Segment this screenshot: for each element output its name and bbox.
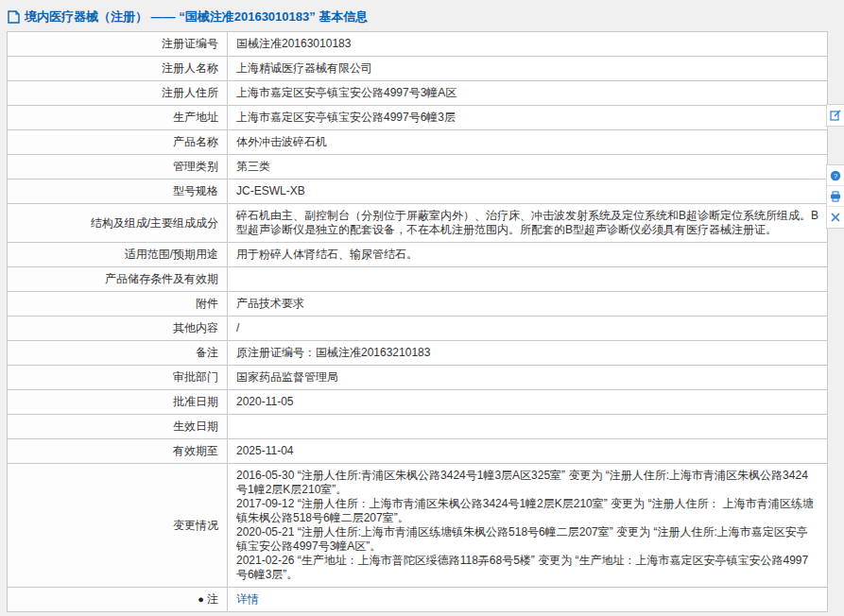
row-label: 注册人住所 [8,81,228,106]
row-value: 2025-11-04 [228,439,828,464]
table-row: 管理类别 第三类 [8,155,828,180]
close-icon[interactable] [827,207,844,228]
row-value: 第三类 [228,155,828,180]
row-value: 2020-11-05 [228,390,828,415]
table-row: 其他内容 / [8,317,828,341]
table-row: 审批部门 国家药品监督管理局 [8,366,828,390]
note-row-label: ● 注 [198,592,218,607]
print-icon[interactable] [827,186,844,207]
row-value: 原注册证编号：国械注准20163210183 [228,341,828,366]
row-value: 国械注准20163010183 [228,32,828,57]
registration-info-table: 注册证编号 国械注准20163010183 注册人名称 上海精诚医疗器械有限公司… [7,31,828,612]
row-value: / [228,317,828,341]
row-value: 碎石机由主、副控制台（分别位于屏蔽室内外）、治疗床、冲击波发射系统及定位系统和B… [228,204,828,243]
row-value: 上海市嘉定区安亭镇宝安公路4997号6幢3层 [228,106,828,130]
note-label-text: 注 [207,592,218,607]
row-label: 审批部门 [8,366,228,390]
floating-toolbar: ? [826,164,844,229]
table-row: 备注 原注册证编号：国械注准20163210183 [8,341,828,366]
svg-text:?: ? [834,171,838,180]
table-row: 注册人名称 上海精诚医疗器械有限公司 [8,57,828,81]
row-label: 备注 [8,341,228,366]
floating-toolbar-top [826,104,844,127]
row-value: 用于粉碎人体肾结石、输尿管结石。 [228,243,828,267]
document-icon [8,10,20,24]
table-row: 变更情况 2016-05-30 “注册人住所:青浦区朱枫公路3424号1幢3层A… [8,464,828,588]
row-value-change-history: 2016-05-30 “注册人住所:青浦区朱枫公路3424号1幢3层A区325室… [228,464,828,588]
table-row: 产品名称 体外冲击波碎石机 [8,130,828,155]
row-label: 型号规格 [8,180,228,204]
row-label: 生效日期 [8,415,228,439]
edit-icon[interactable] [827,105,844,126]
row-value: 上海精诚医疗器械有限公司 [228,57,828,81]
row-label: 产品储存条件及有效期 [8,267,228,292]
table-row: 生效日期 [8,415,828,439]
row-label: 其他内容 [8,317,228,341]
table-row: 产品储存条件及有效期 [8,267,828,292]
row-value: 体外冲击波碎石机 [228,130,828,155]
note-detail-link[interactable]: 详情 [236,592,259,606]
row-value: 产品技术要求 [228,292,828,317]
row-value: 上海市嘉定区安亭镇宝安公路4997号3幢A区 [228,81,828,106]
table-row: 注册证编号 国械注准20163010183 [8,32,828,57]
row-label: 适用范围/预期用途 [8,243,228,267]
table-row: 结构及组成/主要组成成分 碎石机由主、副控制台（分别位于屏蔽室内外）、治疗床、冲… [8,204,828,243]
row-label: 附件 [8,292,228,317]
help-icon[interactable]: ? [827,165,844,186]
row-label: 产品名称 [8,130,228,155]
note-bullet-icon: ● [198,592,204,607]
row-label: 有效期至 [8,439,228,464]
page-title-text: 境内医疗器械（注册） —— “国械注准20163010183” 基本信息 [25,9,368,26]
table-row: 注册人住所 上海市嘉定区安亭镇宝安公路4997号3幢A区 [8,81,828,106]
row-label: 批准日期 [8,390,228,415]
row-label: 变更情况 [8,464,228,588]
row-label: 结构及组成/主要组成成分 [8,204,228,243]
row-value: 国家药品监督管理局 [228,366,828,390]
row-value: JC-ESWL-XB [228,180,828,204]
table-row: 适用范围/预期用途 用于粉碎人体肾结石、输尿管结石。 [8,243,828,267]
row-value [228,267,828,292]
row-label: 生产地址 [8,106,228,130]
table-row: 有效期至 2025-11-04 [8,439,828,464]
table-row-note: ● 注 详情 [8,588,828,612]
table-row: 附件 产品技术要求 [8,292,828,317]
page-title: 境内医疗器械（注册） —— “国械注准20163010183” 基本信息 [0,0,844,31]
row-label: 注册证编号 [8,32,228,57]
row-label: 注册人名称 [8,57,228,81]
table-row: 批准日期 2020-11-05 [8,390,828,415]
table-row: 生产地址 上海市嘉定区安亭镇宝安公路4997号6幢3层 [8,106,828,130]
row-value [228,415,828,439]
row-label: 管理类别 [8,155,228,180]
table-row: 型号规格 JC-ESWL-XB [8,180,828,204]
